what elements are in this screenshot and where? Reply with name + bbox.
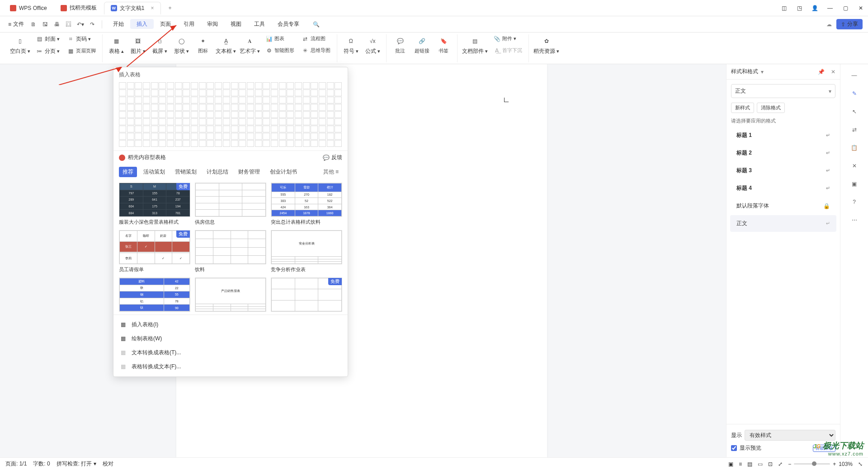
fit-page-icon[interactable]: ⊡: [768, 461, 773, 467]
style-item-default-font[interactable]: 默认段落字体🔒: [730, 197, 836, 214]
tools-icon[interactable]: ✕: [849, 161, 859, 171]
flowchart-button[interactable]: ⇄流程图: [300, 34, 332, 43]
new-style-button[interactable]: 新样式: [731, 103, 754, 113]
print-preview-icon[interactable]: ⿴: [64, 19, 74, 29]
image-button[interactable]: 🖼图片 ▾: [129, 34, 147, 55]
menu-tab-会员专享[interactable]: 会员专享: [271, 19, 306, 29]
template-card[interactable]: 塑料42铁22钢55铝78钛90: [119, 277, 190, 314]
save-icon[interactable]: 🖫: [40, 19, 50, 29]
template-card[interactable]: 饮料: [195, 230, 266, 273]
equation-button[interactable]: √x公式 ▾: [363, 34, 382, 55]
pin-icon[interactable]: 📌: [818, 69, 825, 75]
help-icon[interactable]: ?: [849, 197, 859, 207]
style-item[interactable]: 标题 2↵: [730, 145, 836, 161]
template-card[interactable]: 可乐雪碧橙汁5552701823035252242416336424541878…: [271, 183, 342, 226]
bookmark-button[interactable]: 🔖书签: [434, 34, 453, 54]
view-web-icon[interactable]: ≡: [739, 461, 742, 467]
style-item[interactable]: 标题 3↵: [730, 162, 836, 179]
undo-icon[interactable]: ↶▾: [75, 19, 85, 29]
icon-button[interactable]: ✦图标: [194, 34, 212, 54]
word-count[interactable]: 字数: 0: [33, 460, 50, 468]
draw-table-menuitem[interactable]: ▦绘制表格(W): [115, 332, 346, 346]
section-break-button[interactable]: ≔分页 ▾: [34, 47, 61, 56]
share-button[interactable]: ⇪分享: [836, 19, 863, 29]
menu-tab-视图[interactable]: 视图: [224, 19, 248, 29]
show-filter-select[interactable]: 有效样式: [745, 430, 835, 441]
table-button[interactable]: ▦表格 ▴: [107, 34, 125, 55]
docer-resources-button[interactable]: ✿稻壳资源 ▾: [533, 34, 559, 55]
feedback-link[interactable]: 💬反馈: [323, 154, 342, 161]
fullscreen-icon[interactable]: ⤡: [858, 461, 863, 467]
page-indicator[interactable]: 页面: 1/1: [5, 460, 27, 468]
category-tab[interactable]: 活动策划: [140, 167, 169, 177]
collapse-sidebar-icon[interactable]: —: [849, 70, 859, 80]
zoom-in-icon[interactable]: +: [833, 461, 836, 467]
cover-page-button[interactable]: ▤封面 ▾: [34, 34, 61, 44]
category-tab[interactable]: 财务管理: [235, 167, 264, 177]
maximize-icon[interactable]: ▢: [842, 5, 849, 11]
blank-page-button[interactable]: ▯空白页 ▾: [10, 34, 30, 55]
view-outline-icon[interactable]: ▤: [747, 461, 752, 467]
clipboard-icon[interactable]: 📋: [849, 143, 859, 153]
new-doc-icon[interactable]: 🗎: [28, 19, 38, 29]
page-number-button[interactable]: ⌗页码 ▾: [65, 34, 98, 44]
layout-icon[interactable]: ▣: [849, 179, 859, 189]
print-icon[interactable]: 🖶: [52, 19, 62, 29]
template-card[interactable]: 供房信息: [195, 183, 266, 226]
menu-tab-引用[interactable]: 引用: [177, 19, 201, 29]
menu-tab-审阅[interactable]: 审阅: [201, 19, 224, 29]
spellcheck-status[interactable]: 拼写检查: 打开 ▾: [57, 460, 96, 468]
template-card[interactable]: 免费名字咖啡奶茶果汁张三✓李四✓✓员工请假单: [119, 230, 190, 273]
menu-tab-页面[interactable]: 页面: [154, 19, 177, 29]
dropcap-button[interactable]: A͟首字下沉: [491, 46, 524, 55]
category-tab[interactable]: 营销策划: [171, 167, 200, 177]
chart-button[interactable]: 📊图表: [264, 34, 296, 43]
view-layout-icon[interactable]: ▣: [728, 461, 733, 467]
cube-icon[interactable]: ◳: [796, 5, 803, 11]
table-size-grid[interactable]: [113, 82, 348, 150]
fit-width-icon[interactable]: ⤢: [778, 461, 783, 467]
search-icon[interactable]: 🔍: [311, 19, 321, 29]
settings-sliders-icon[interactable]: ⇄: [849, 125, 859, 135]
style-item-body[interactable]: 正文↵: [730, 215, 836, 232]
insert-table-menuitem[interactable]: ▦插入表格(I): [115, 318, 346, 332]
menu-tab-插入[interactable]: 插入: [130, 19, 154, 29]
hyperlink-button[interactable]: 🔗超链接: [413, 34, 431, 54]
menu-tab-开始[interactable]: 开始: [107, 19, 130, 29]
wordart-button[interactable]: 𝐀艺术字 ▾: [240, 34, 260, 55]
file-menu[interactable]: ≡文件: [5, 20, 27, 28]
cloud-icon[interactable]: ☁: [826, 21, 832, 28]
minimize-icon[interactable]: —: [826, 5, 834, 11]
symbol-button[interactable]: Ω符号 ▾: [342, 34, 360, 55]
textbox-button[interactable]: A̲文本框 ▾: [216, 34, 236, 55]
tab-wps-home[interactable]: WPS Office: [4, 2, 53, 14]
category-other[interactable]: 其他 ≡: [320, 167, 342, 177]
current-style-select[interactable]: 正文▾: [731, 84, 835, 98]
more-icon[interactable]: ⋯: [849, 215, 859, 225]
template-card[interactable]: 免费: [271, 277, 342, 314]
edit-pencil-icon[interactable]: ✎: [849, 89, 859, 99]
category-tab[interactable]: 创业计划书: [266, 167, 301, 177]
menu-tab-工具[interactable]: 工具: [248, 19, 271, 29]
zoom-out-icon[interactable]: −: [788, 461, 791, 467]
view-read-icon[interactable]: ▭: [758, 461, 763, 467]
category-tab[interactable]: 计划总结: [203, 167, 232, 177]
user-avatar-icon[interactable]: 👤: [811, 5, 818, 11]
new-tab-button[interactable]: ＋: [165, 3, 175, 14]
tab-document[interactable]: W文字文稿1×: [104, 2, 161, 14]
clear-format-button[interactable]: 清除格式: [757, 103, 785, 113]
smartart-button[interactable]: ⚙智能图形: [264, 46, 296, 55]
close-tab-icon[interactable]: ×: [151, 5, 154, 11]
sidebar-toggle-icon[interactable]: ◫: [780, 5, 788, 11]
docer-tables-header[interactable]: 稻壳内容型表格 💬反馈: [113, 150, 348, 164]
zoom-slider[interactable]: [794, 463, 830, 465]
comment-button[interactable]: 💬批注: [391, 34, 409, 54]
mindmap-button[interactable]: ✳思维导图: [300, 46, 332, 55]
select-arrow-icon[interactable]: ↖: [849, 107, 859, 117]
close-window-icon[interactable]: ✕: [857, 5, 864, 11]
shape-button[interactable]: ◯形状 ▾: [172, 34, 190, 55]
template-card[interactable]: 产品销售报表: [195, 277, 266, 314]
template-card[interactable]: 免费SML79715578289641237604175194884313781…: [119, 183, 190, 226]
tab-docer[interactable]: 找稻壳模板: [54, 2, 103, 14]
preview-checkbox[interactable]: [731, 445, 737, 451]
